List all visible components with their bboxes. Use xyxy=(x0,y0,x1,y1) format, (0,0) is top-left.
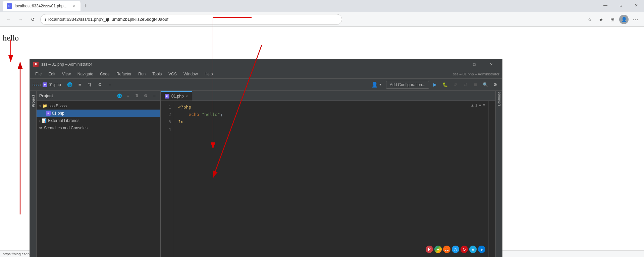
menu-vcs[interactable]: VCS xyxy=(166,71,179,77)
stop-button[interactable]: ⏹ xyxy=(471,81,479,89)
lock-icon: ℹ xyxy=(45,17,46,22)
php-file-icon: P xyxy=(46,111,51,116)
menu-help[interactable]: Help xyxy=(202,71,216,77)
ide-window: P sss – 01.php – Administrator — □ ✕ Fil… xyxy=(30,59,502,257)
ide-close-button[interactable]: ✕ xyxy=(483,60,499,68)
url-text: localhost:63342/sss/01.php?_ijt=umtm2b1j… xyxy=(48,17,168,22)
tree-arrow-root: ▾ xyxy=(39,104,41,108)
browser-maximize-button[interactable]: □ xyxy=(613,0,629,11)
browser-close-button[interactable]: ✕ xyxy=(629,0,644,11)
browser-tab-active[interactable]: P localhost:63342/sss/01.php?_ijt= × xyxy=(3,1,80,11)
ide-profile-button[interactable]: 👤 ▾ xyxy=(371,81,381,88)
menu-run[interactable]: Run xyxy=(136,71,148,77)
browser-minimize-button[interactable]: — xyxy=(598,0,613,11)
database-panel-tab[interactable]: Database xyxy=(496,92,502,106)
folder-icon-root: 📁 xyxy=(42,104,47,108)
toolbar-settings-icon[interactable]: ⚙ xyxy=(96,81,104,89)
tab-favicon: P xyxy=(7,3,12,9)
tree-label-root: sss E:\sss xyxy=(49,104,67,108)
panel-close-btn[interactable]: – xyxy=(151,92,158,99)
warning-indicator: ▲ 1 xyxy=(471,103,477,107)
address-bar[interactable]: ℹ localhost:63342/sss/01.php?_ijt=umtm2b… xyxy=(40,14,342,25)
profile-button[interactable]: 👤 xyxy=(619,15,629,24)
tree-item-root-folder[interactable]: ▾ 📁 sss E:\sss xyxy=(37,102,160,110)
breadcrumb-file[interactable]: 01.php xyxy=(49,82,61,87)
favorites-button[interactable]: ☆ xyxy=(585,15,594,24)
tree-item-scratches[interactable]: ✏ Scratches and Consoles xyxy=(37,124,160,132)
tab-close-button[interactable]: × xyxy=(71,3,76,9)
ide-logo: P xyxy=(33,62,39,67)
breadcrumb-file-icon: P xyxy=(43,82,47,87)
panel-gear-btn[interactable]: ⚙ xyxy=(142,92,149,99)
back-button[interactable]: ← xyxy=(4,15,13,24)
line-numbers: 1 2 3 4 xyxy=(161,101,174,257)
tree-label-01php: 01.php xyxy=(52,111,64,116)
browser-icon-opera[interactable]: O xyxy=(461,246,468,253)
caret-up-btn[interactable]: ∧ xyxy=(479,103,481,107)
tab-title: localhost:63342/sss/01.php?_ijt= xyxy=(15,4,68,8)
ide-settings-button[interactable]: ⚙ xyxy=(491,81,499,89)
code-editor[interactable]: <?php echo "hello"; ?> xyxy=(174,101,495,257)
reload-button[interactable]: ↺ xyxy=(28,15,38,24)
scratches-icon: ✏ xyxy=(39,126,43,130)
menu-window[interactable]: Window xyxy=(181,71,201,77)
editor-tab-label: 01.php xyxy=(171,94,184,99)
tree-label-scratches: Scratches and Consoles xyxy=(44,126,88,130)
collections-button[interactable]: ⊞ xyxy=(608,15,617,24)
project-panel-tab[interactable]: Project xyxy=(31,93,36,109)
tab-php-icon: P xyxy=(165,94,169,99)
editor-tab-01php[interactable]: P 01.php × xyxy=(161,91,192,101)
browser-icon-firefox[interactable]: 🦊 xyxy=(443,246,450,253)
menu-code[interactable]: Code xyxy=(97,71,112,77)
browser-icon-safari[interactable]: ◎ xyxy=(452,246,459,253)
add-configuration-button[interactable]: Add Configuration... xyxy=(386,81,429,89)
browser-icon-intellij[interactable]: P xyxy=(426,246,433,253)
panel-globe-btn[interactable]: 🌐 xyxy=(116,92,123,99)
ide-maximize-button[interactable]: □ xyxy=(467,60,482,68)
settings-button[interactable]: ⋯ xyxy=(631,15,640,24)
toolbar-list-icon[interactable]: ≡ xyxy=(76,81,84,89)
ide-title: sss – 01.php – Administrator xyxy=(41,62,92,67)
menu-file[interactable]: File xyxy=(33,71,44,77)
reload-run-button[interactable]: ↺ xyxy=(451,81,459,89)
browser-icon-edge[interactable]: e xyxy=(478,246,485,253)
run-button[interactable]: ▶ xyxy=(431,81,439,89)
menu-edit[interactable]: Edit xyxy=(46,71,58,77)
toolbar-globe-icon[interactable]: 🌐 xyxy=(66,81,74,89)
browser-icon-ie[interactable]: e xyxy=(469,246,477,253)
project-panel-title: Project xyxy=(39,93,114,98)
panel-sort-btn[interactable]: ⇅ xyxy=(133,92,140,99)
ide-minimize-button[interactable]: — xyxy=(450,60,465,68)
browser-icon-chrome[interactable]: ● xyxy=(434,246,442,253)
menu-tools[interactable]: Tools xyxy=(150,71,164,77)
library-icon: 📊 xyxy=(42,118,47,123)
tree-item-01php[interactable]: P 01.php xyxy=(37,110,160,117)
ide-search-button[interactable]: 🔍 xyxy=(481,81,489,89)
toolbar-hide-icon[interactable]: – xyxy=(106,81,114,89)
breadcrumb-sep1: › xyxy=(40,82,41,87)
debug-button[interactable]: 🐛 xyxy=(441,81,449,89)
tree-arrow-ext: › xyxy=(39,119,40,123)
menu-view[interactable]: View xyxy=(59,71,73,77)
new-tab-button[interactable]: + xyxy=(80,1,90,11)
menu-navigate[interactable]: Navigate xyxy=(75,71,96,77)
panel-list-btn[interactable]: ≡ xyxy=(125,92,131,99)
caret-down-btn[interactable]: ∨ xyxy=(483,103,485,107)
tree-label-ext-libs: External Libraries xyxy=(48,118,79,123)
breadcrumb-sss[interactable]: sss xyxy=(33,82,39,87)
tree-item-external-libs[interactable]: › 📊 External Libraries xyxy=(37,117,160,124)
reading-list-button[interactable]: ★ xyxy=(596,15,606,24)
run-with-coverage-button[interactable]: ⇄ xyxy=(461,81,469,89)
forward-button[interactable]: → xyxy=(16,15,25,24)
toolbar-sort-icon[interactable]: ⇅ xyxy=(86,81,94,89)
editor-tab-close-icon[interactable]: × xyxy=(186,94,188,98)
page-hello-text: hello xyxy=(3,34,19,43)
menu-refactor[interactable]: Refactor xyxy=(114,71,134,77)
